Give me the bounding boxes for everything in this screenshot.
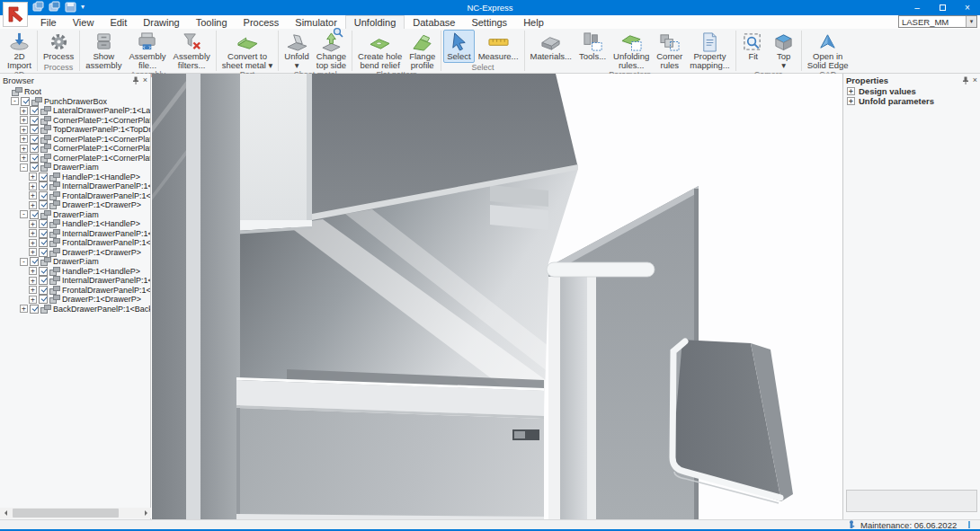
tools-button[interactable]: Tools... xyxy=(575,30,610,70)
tree-item[interactable]: +CornerPlateP:1<CornerPlateP> xyxy=(0,144,150,154)
browser-hscrollbar[interactable] xyxy=(0,508,151,518)
tree-item[interactable]: -DrawerP.iam xyxy=(0,257,150,267)
tree-item[interactable]: +InternalDrawerPanelP:1<InternalDrawerF xyxy=(0,229,150,239)
tree-item[interactable]: +InternalDrawerPanelP:1<InternalDrawerF xyxy=(0,181,150,191)
tree-checkbox[interactable] xyxy=(30,154,39,163)
tree-checkbox[interactable] xyxy=(21,97,30,106)
expand-icon[interactable]: + xyxy=(847,97,855,105)
profile-selector[interactable]: LASER_MM ▾ xyxy=(898,15,977,28)
expand-icon[interactable]: + xyxy=(29,286,37,294)
expand-icon[interactable]: + xyxy=(29,173,37,181)
close-button[interactable]: × xyxy=(955,0,980,15)
expand-icon[interactable]: + xyxy=(20,305,28,313)
collapse-icon[interactable]: - xyxy=(20,210,28,218)
corner-rules-button[interactable]: Corner rules xyxy=(653,30,686,70)
tree-item[interactable]: +CornerPlateP:1<CornerPlateP> xyxy=(0,154,150,164)
maximize-button[interactable] xyxy=(930,0,955,15)
tree-checkbox[interactable] xyxy=(39,200,48,209)
close-panel-icon[interactable]: × xyxy=(143,75,147,84)
tree-item[interactable]: +DrawerP:1<DrawerP> xyxy=(0,248,150,258)
tree-item[interactable]: +HandleP:1<HandleP> xyxy=(0,219,150,229)
menu-item-database[interactable]: Database xyxy=(405,15,463,29)
tree-item[interactable]: +BackDrawerPanelP:1<BackDrawerPanelP> xyxy=(0,305,150,314)
tree-checkbox[interactable] xyxy=(30,116,39,125)
menu-item-edit[interactable]: Edit xyxy=(102,15,135,29)
scrollbar-thumb[interactable] xyxy=(13,509,119,518)
show-assembly-button[interactable]: Show assembly xyxy=(82,30,125,70)
tree-item[interactable]: +DrawerP:1<DrawerP> xyxy=(0,295,150,305)
tree-item[interactable]: +FrontalDrawerPanelP:1<FrontalDrawerPa xyxy=(0,238,150,248)
expand-icon[interactable]: + xyxy=(29,229,37,237)
tree-checkbox[interactable] xyxy=(30,210,39,219)
tree-checkbox[interactable] xyxy=(30,144,39,153)
tree-item[interactable]: -DrawerP.iam xyxy=(0,210,150,220)
tree-item[interactable]: +HandleP:1<HandleP> xyxy=(0,173,150,182)
tree-checkbox[interactable] xyxy=(30,135,39,144)
menu-item-view[interactable]: View xyxy=(65,15,102,29)
chevron-down-icon[interactable]: ▾ xyxy=(966,16,976,27)
change-top-button[interactable]: Change top side xyxy=(313,30,350,70)
gear-button[interactable]: Process xyxy=(40,30,77,63)
pin-icon[interactable] xyxy=(132,76,139,84)
collapse-icon[interactable]: - xyxy=(11,97,19,105)
viewport-3d[interactable] xyxy=(152,74,842,519)
tree-checkbox[interactable] xyxy=(39,238,48,247)
collapse-icon[interactable]: - xyxy=(20,258,28,266)
menu-item-help[interactable]: Help xyxy=(515,15,552,29)
expand-icon[interactable]: + xyxy=(29,220,37,228)
tree-checkbox[interactable] xyxy=(30,163,39,172)
open-solid-edge-button[interactable]: Open in Solid Edge xyxy=(804,30,852,70)
tree-checkbox[interactable] xyxy=(39,173,48,181)
tree-item[interactable]: +LateralDrawerPanelP:1<LateralDrawerPane… xyxy=(0,106,150,116)
tree-item[interactable]: +CornerPlateP:1<CornerPlateP> xyxy=(0,135,150,145)
pin-icon[interactable] xyxy=(962,76,969,84)
expand-icon[interactable]: + xyxy=(20,107,28,115)
top-view-button[interactable]: Top ▾ xyxy=(769,30,799,70)
hole-relief-button[interactable]: Create hole bend relief xyxy=(354,30,405,70)
menu-item-file[interactable]: File xyxy=(32,15,65,29)
expand-icon[interactable]: + xyxy=(20,145,28,153)
fit-button[interactable]: Fit xyxy=(738,30,769,70)
tree-checkbox[interactable] xyxy=(39,219,48,228)
expand-icon[interactable]: + xyxy=(29,267,37,275)
convert-sheet-button[interactable]: Convert to sheet metal ▾ xyxy=(218,30,277,70)
zoom-region-icon[interactable] xyxy=(333,27,343,40)
assembly-file-button[interactable]: Assembly file... xyxy=(125,30,169,70)
tree-checkbox[interactable] xyxy=(30,305,39,314)
expand-icon[interactable]: + xyxy=(29,248,37,256)
select-button[interactable]: Select xyxy=(443,30,474,63)
expand-icon[interactable]: + xyxy=(29,191,37,199)
tree-item[interactable]: +InternalDrawerPanelP:1<InternalDrawerF xyxy=(0,276,150,286)
menu-item-process[interactable]: Process xyxy=(236,15,288,29)
expand-icon[interactable]: + xyxy=(29,239,37,247)
menu-item-tooling[interactable]: Tooling xyxy=(188,15,236,29)
menu-item-settings[interactable]: Settings xyxy=(463,15,515,29)
import-2d-button[interactable]: 2D Import xyxy=(4,30,35,70)
tree-checkbox[interactable] xyxy=(39,191,48,200)
tree-checkbox[interactable] xyxy=(30,125,39,134)
tree-checkbox[interactable] xyxy=(39,295,48,304)
menu-item-unfolding[interactable]: Unfolding xyxy=(345,15,405,29)
expand-icon[interactable]: + xyxy=(29,277,37,285)
tree-item[interactable]: +CornerPlateP:1<CornerPlateP> xyxy=(0,116,150,126)
close-panel-icon[interactable]: × xyxy=(973,75,977,84)
expand-icon[interactable]: + xyxy=(20,116,28,124)
tree-item[interactable]: +FrontalDrawerPanelP:1<FrontalDrawerPa xyxy=(0,286,150,296)
collapse-icon[interactable]: - xyxy=(20,164,28,172)
expand-icon[interactable]: + xyxy=(29,182,37,190)
minimize-button[interactable]: – xyxy=(904,0,930,15)
tree-checkbox[interactable] xyxy=(39,286,48,295)
flange-profile-button[interactable]: Flange profile xyxy=(405,30,439,70)
tree-checkbox[interactable] xyxy=(39,276,48,285)
tree-checkbox[interactable] xyxy=(30,106,39,115)
scroll-left-icon[interactable] xyxy=(0,508,11,518)
tree-item[interactable]: Root xyxy=(0,87,150,97)
property-mapping-button[interactable]: Property mapping... xyxy=(686,30,733,70)
tree-item[interactable]: +HandleP:1<HandleP> xyxy=(0,267,150,277)
menu-item-drawing[interactable]: Drawing xyxy=(135,15,187,29)
measure-button[interactable]: Measure... xyxy=(475,30,522,63)
app-logo[interactable] xyxy=(3,2,28,27)
property-group-unfold-parameters[interactable]: +Unfold parameters xyxy=(843,96,980,106)
tree-checkbox[interactable] xyxy=(39,229,48,238)
tree-checkbox[interactable] xyxy=(39,267,48,276)
